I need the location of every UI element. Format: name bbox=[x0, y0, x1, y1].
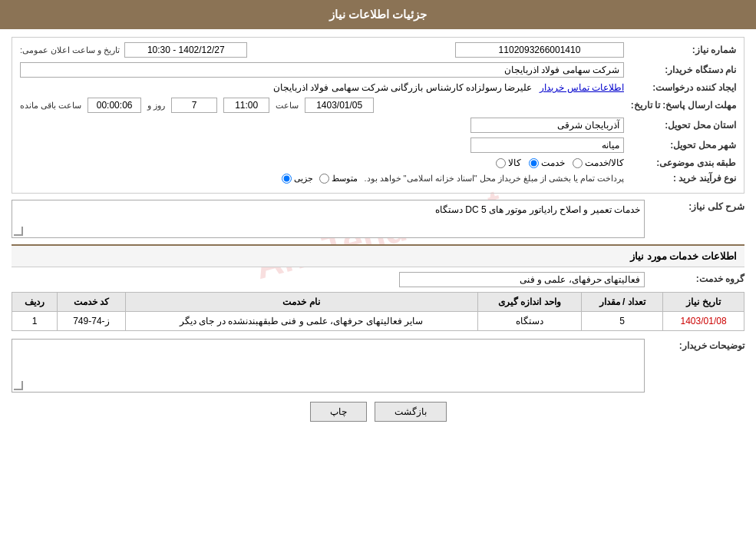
category-kala-khedmat-label: کالا/خدمت bbox=[585, 157, 624, 168]
category-kala-khedmat-radio[interactable] bbox=[573, 158, 583, 168]
purchase-jozvi-item: جزیی bbox=[282, 174, 313, 184]
purchase-note: پرداخت تمام یا بخشی از مبلغ خریداز محل "… bbox=[364, 174, 624, 184]
deadline-label: مهلت ارسال پاسخ: تا تاریخ: bbox=[629, 100, 736, 111]
need-number-row: شماره نیاز: 1102093266001410 1402/12/27 … bbox=[20, 42, 736, 58]
creator-label: ایجاد کننده درخواست: bbox=[629, 82, 736, 93]
category-kala-item: کالا bbox=[496, 157, 521, 168]
category-khedmat-item: خدمت bbox=[529, 157, 565, 168]
need-description-text: خدمات تعمیر و اصلاح رادیاتور موتور های 5… bbox=[435, 204, 640, 215]
deadline-remaining: 00:00:06 bbox=[87, 98, 141, 113]
resize-handle bbox=[14, 227, 23, 236]
page-header: جزئیات اطلاعات نیاز bbox=[0, 0, 756, 29]
comments-resize-handle bbox=[14, 381, 23, 390]
need-description-value-wrap: خدمات تعمیر و اصلاح رادیاتور موتور های 5… bbox=[12, 200, 645, 238]
city-row: شهر محل تحویل: میانه bbox=[20, 137, 736, 153]
td-code: ز-74-749 bbox=[58, 312, 125, 331]
deadline-row: مهلت ارسال پاسخ: تا تاریخ: 1403/01/05 سا… bbox=[20, 98, 736, 113]
buyer-comments-row: توضیحات خریدار: bbox=[12, 339, 744, 393]
purchase-type-label: نوع فرآیند خرید : bbox=[629, 173, 736, 184]
need-number-label: شماره نیاز: bbox=[629, 45, 736, 55]
service-group-label: گروه خدمت: bbox=[645, 272, 744, 284]
purchase-motavaset-label: متوسط bbox=[332, 174, 358, 184]
creator-row: ایجاد کننده درخواست: اطلاعات تماس خریدار… bbox=[20, 82, 736, 93]
need-description-label: شرح کلی نیاز: bbox=[645, 200, 744, 212]
category-kala-label: کالا bbox=[508, 157, 521, 168]
purchase-motavaset-item: متوسط bbox=[319, 174, 358, 184]
table-header-row: تاریخ نیاز تعداد / مقدار واحد اندازه گیر… bbox=[12, 293, 744, 312]
deadline-time: 11:00 bbox=[223, 98, 269, 113]
buyer-org-value: شرکت سهامی فولاد اذربایجان bbox=[20, 62, 624, 78]
category-label: طبقه بندی موضوعی: bbox=[629, 157, 736, 168]
deadline-date: 1403/01/05 bbox=[305, 98, 374, 113]
deadline-days-label: روز و bbox=[147, 101, 165, 111]
deadline-remaining-label: ساعت باقی مانده bbox=[20, 101, 81, 111]
purchase-type-row: نوع فرآیند خرید : پرداخت تمام یا بخشی از… bbox=[20, 173, 736, 184]
city-label: شهر محل تحویل: bbox=[629, 140, 736, 151]
td-name: سایر فعالیتهای حرفهای، علمی و فنی طبقهبن… bbox=[125, 312, 477, 331]
city-value: میانه bbox=[470, 137, 624, 153]
col-code: کد خدمت bbox=[58, 293, 125, 312]
td-quantity: 5 bbox=[582, 312, 663, 331]
buyer-org-label: نام دستگاه خریدار: bbox=[629, 65, 736, 75]
province-label: استان محل تحویل: bbox=[629, 120, 736, 131]
page-title: جزئیات اطلاعات نیاز bbox=[329, 8, 427, 21]
print-button[interactable]: چاپ bbox=[310, 402, 367, 422]
category-row: طبقه بندی موضوعی: کالا/خدمت خدمت bbox=[20, 157, 736, 168]
col-name: نام خدمت bbox=[125, 293, 477, 312]
purchase-motavaset-radio[interactable] bbox=[319, 174, 329, 184]
action-buttons: بازگشت چاپ bbox=[12, 402, 744, 422]
need-number-value: 1102093266001410 bbox=[455, 42, 624, 58]
need-description-section: شرح کلی نیاز: خدمات تعمیر و اصلاح رادیات… bbox=[12, 200, 744, 238]
col-quantity: تعداد / مقدار bbox=[582, 293, 663, 312]
purchase-jozvi-radio[interactable] bbox=[282, 174, 292, 184]
back-button[interactable]: بازگشت bbox=[375, 402, 447, 422]
service-group-row: گروه خدمت: فعالیتهای حرفهای، علمی و فنی bbox=[12, 272, 744, 287]
td-date: 1403/01/08 bbox=[663, 312, 744, 331]
category-khedmat-radio[interactable] bbox=[529, 158, 539, 168]
purchase-jozvi-label: جزیی bbox=[294, 174, 313, 184]
td-unit: دستگاه bbox=[477, 312, 582, 331]
creator-contact-link[interactable]: اطلاعات تماس خریدار bbox=[540, 82, 624, 93]
purchase-type-group: پرداخت تمام یا بخشی از مبلغ خریداز محل "… bbox=[20, 174, 624, 184]
col-date: تاریخ نیاز bbox=[663, 293, 744, 312]
buyer-comments-value-wrap bbox=[12, 339, 645, 393]
creator-value: علیرضا رسولزاده کارشناس بازرگانی شرکت سه… bbox=[273, 82, 532, 93]
category-kala-radio[interactable] bbox=[496, 158, 506, 168]
province-row: استان محل تحویل: آذربایجان شرقی bbox=[20, 118, 736, 133]
need-description-box: خدمات تعمیر و اصلاح رادیاتور موتور های 5… bbox=[12, 200, 645, 238]
service-group-value: فعالیتهای حرفهای، علمی و فنی bbox=[399, 272, 645, 287]
buyer-comments-box bbox=[12, 339, 645, 393]
buyer-comments-label: توضیحات خریدار: bbox=[645, 339, 744, 351]
announce-date-value: 1402/12/27 - 10:30 bbox=[124, 42, 247, 58]
province-value: آذربایجان شرقی bbox=[470, 118, 624, 133]
deadline-time-label: ساعت bbox=[276, 101, 299, 111]
deadline-days: 7 bbox=[171, 98, 217, 113]
services-table: تاریخ نیاز تعداد / مقدار واحد اندازه گیر… bbox=[12, 292, 744, 331]
col-radif: ردیف bbox=[12, 293, 58, 312]
table-row: 1403/01/08 5 دستگاه سایر فعالیتهای حرفها… bbox=[12, 312, 744, 331]
buyer-org-row: نام دستگاه خریدار: شرکت سهامی فولاد اذرب… bbox=[20, 62, 736, 78]
category-kala-khedmat-item: کالا/خدمت bbox=[573, 157, 624, 168]
col-unit: واحد اندازه گیری bbox=[477, 293, 582, 312]
services-section-title: اطلاعات خدمات مورد نیاز bbox=[12, 244, 744, 267]
td-radif: 1 bbox=[12, 312, 58, 331]
category-khedmat-label: خدمت bbox=[541, 157, 565, 168]
need-description-row: شرح کلی نیاز: خدمات تعمیر و اصلاح رادیات… bbox=[12, 200, 744, 238]
service-group-value-wrap: فعالیتهای حرفهای، علمی و فنی bbox=[12, 272, 645, 287]
category-radio-group: کالا/خدمت خدمت کالا bbox=[20, 157, 624, 168]
announce-label: تاریخ و ساعت اعلان عمومی: bbox=[20, 45, 120, 55]
main-form: شماره نیاز: 1102093266001410 1402/12/27 … bbox=[12, 37, 744, 194]
